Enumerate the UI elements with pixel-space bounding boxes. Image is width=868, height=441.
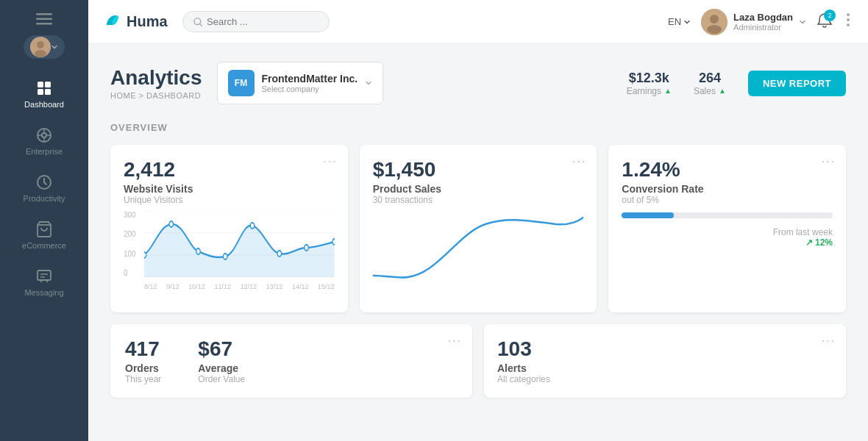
product-sales-chart — [373, 217, 584, 290]
sidebar-item-productivity[interactable]: Productivity — [0, 165, 88, 212]
svg-rect-0 — [36, 13, 52, 15]
svg-point-37 — [250, 223, 254, 229]
card-menu-product-sales[interactable]: ··· — [572, 155, 586, 168]
user-details: Laza Bogdan Administrator — [733, 12, 793, 32]
sales-stat: 264 Sales ▲ — [694, 71, 726, 96]
svg-point-24 — [710, 15, 719, 24]
topbar: Huma EN — [88, 0, 868, 44]
sidebar-item-productivity-label: Productivity — [24, 194, 65, 203]
breadcrumb: HOME > DASHBOARD — [110, 91, 202, 100]
card-menu-alerts[interactable]: ··· — [822, 334, 836, 348]
svg-point-35 — [196, 248, 200, 254]
user-info[interactable]: Laza Bogdan Administrator — [701, 9, 806, 35]
svg-point-33 — [144, 252, 146, 258]
notification-bell[interactable]: 2 — [817, 12, 833, 32]
orders-value: 417 — [125, 337, 161, 361]
user-photo — [701, 9, 728, 35]
website-visits-sub: Unique Visitors — [124, 195, 335, 205]
svg-rect-18 — [38, 270, 51, 280]
chevron-down-icon — [683, 18, 691, 26]
trend-icon: ↗ — [805, 237, 813, 248]
card-menu-website-visits[interactable]: ··· — [323, 155, 337, 168]
svg-point-34 — [169, 221, 173, 227]
chart-svg — [144, 211, 335, 280]
svg-point-40 — [332, 239, 335, 245]
bottom-cards: ··· 417 Orders This year $67 Average Ord… — [110, 324, 846, 398]
sidebar-toggle[interactable] — [0, 7, 88, 35]
sidebar-item-messaging-label: Messaging — [24, 288, 63, 297]
messaging-icon — [35, 268, 53, 285]
card-menu-conversion[interactable]: ··· — [822, 155, 836, 168]
svg-point-38 — [277, 251, 281, 257]
alerts-title: Alerts — [497, 362, 550, 374]
avatar[interactable] — [24, 35, 65, 59]
enterprise-icon — [35, 126, 53, 144]
sidebar-item-dashboard-label: Dashboard — [24, 100, 64, 109]
page-title: Analytics — [110, 66, 202, 90]
header-stats: $12.3k Earnings ▲ 264 Sales ▲ NEW REPORT — [627, 71, 846, 96]
search-icon — [193, 17, 202, 27]
alerts-data: 103 Alerts All categories — [497, 337, 550, 384]
average-value: $67 — [198, 337, 245, 361]
conversion-rate-title: Conversion Rate — [622, 183, 833, 195]
company-selector[interactable]: FM FrontendMatter Inc. Select company — [217, 62, 384, 104]
svg-rect-7 — [45, 82, 51, 87]
conversion-progress-fill — [622, 212, 674, 218]
svg-point-28 — [847, 24, 850, 26]
sales-label: Sales ▲ — [694, 86, 726, 96]
search-box[interactable] — [182, 11, 330, 32]
earnings-up-icon: ▲ — [664, 87, 672, 95]
product-sales-card: ··· $1,450 Product Sales 30 transactions — [360, 145, 597, 312]
sidebar-item-dashboard[interactable]: Dashboard — [0, 71, 88, 118]
svg-point-5 — [35, 50, 46, 57]
website-visits-card: ··· 2,412 Website Visits Unique Visitors… — [110, 145, 348, 312]
svg-rect-9 — [45, 89, 51, 95]
lang-selector[interactable]: EN — [668, 16, 691, 27]
overview-section-title: OVERVIEW — [110, 122, 846, 133]
conversion-rate-value: 1.24% — [622, 158, 833, 182]
avatar-image — [30, 37, 51, 57]
breadcrumb-sep: > — [139, 91, 144, 100]
alerts-sub: All categories — [497, 374, 550, 384]
svg-point-25 — [707, 25, 722, 34]
from-last-week: From last week ↗ 12% — [622, 227, 833, 248]
productivity-icon — [35, 173, 53, 191]
sidebar-item-enterprise[interactable]: Enterprise — [0, 118, 88, 165]
svg-rect-1 — [36, 18, 52, 21]
orders-title: Orders — [125, 362, 161, 374]
sidebar-item-ecommerce-label: eCommerce — [22, 241, 66, 250]
page-title-area: Analytics HOME > DASHBOARD — [110, 66, 202, 100]
search-input[interactable] — [207, 16, 319, 27]
average-title: Average — [198, 362, 245, 374]
svg-rect-8 — [38, 89, 43, 95]
content-area: Analytics HOME > DASHBOARD FM FrontendMa… — [88, 44, 868, 441]
average-sub: Order Value — [198, 374, 245, 384]
average-data: $67 Average Order Value — [198, 337, 245, 384]
card-menu-orders[interactable]: ··· — [448, 334, 462, 348]
chart-y-labels: 300 200 100 0 — [124, 211, 144, 277]
earnings-label: Earnings ▲ — [627, 86, 672, 96]
new-report-button[interactable]: NEW REPORT — [748, 71, 846, 96]
conversion-rate-sub: out of 5% — [622, 195, 833, 205]
logo: Huma — [103, 10, 168, 34]
logo-text: Huma — [127, 13, 168, 30]
sidebar-item-messaging[interactable]: Messaging — [0, 259, 88, 306]
company-name: FrontendMatter Inc. — [262, 73, 358, 85]
svg-point-36 — [224, 254, 227, 259]
ecommerce-icon — [35, 220, 53, 238]
sales-up-icon: ▲ — [719, 87, 726, 95]
trend-value: 12% — [815, 237, 833, 248]
user-role: Administrator — [733, 23, 793, 32]
dashboard-icon — [35, 79, 53, 97]
orders-sub: This year — [125, 374, 161, 384]
svg-rect-2 — [36, 23, 52, 25]
svg-point-11 — [42, 133, 46, 137]
product-sales-sub: 30 transactions — [373, 195, 584, 205]
website-visits-chart: 300 200 100 0 — [124, 211, 335, 299]
topbar-more[interactable] — [843, 12, 853, 31]
sidebar-item-ecommerce[interactable]: eCommerce — [0, 212, 88, 259]
product-sales-title: Product Sales — [373, 183, 584, 195]
topbar-right: EN Laza Bogdan Administrator — [668, 9, 853, 35]
logo-icon — [103, 10, 122, 34]
svg-point-27 — [847, 18, 850, 21]
